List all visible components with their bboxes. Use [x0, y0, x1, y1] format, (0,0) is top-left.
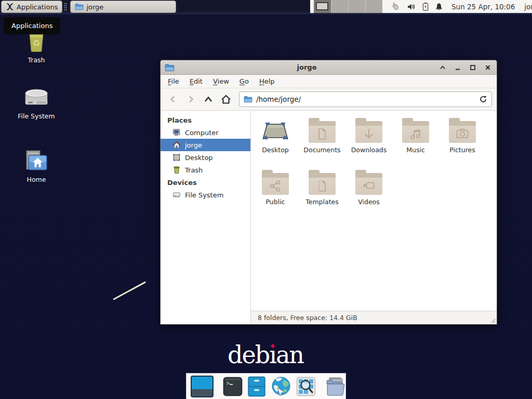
user-home-icon [172, 141, 181, 149]
file-item-label: Downloads [351, 146, 387, 154]
top-panel: Applications jorge [0, 0, 532, 15]
desktop-surface-icon [262, 119, 289, 144]
panel-clock[interactable]: Sun 25 Apr, 10:06 [451, 3, 515, 11]
show-desktop-icon[interactable] [191, 376, 214, 397]
sidebar-item-label: Computer [185, 129, 219, 137]
desktop-icon [172, 153, 181, 162]
close-icon[interactable] [484, 64, 491, 71]
location-folder-icon [244, 96, 252, 103]
sidebar-item-label: jorge [185, 141, 202, 149]
harddrive-icon [172, 191, 181, 199]
computer-icon [172, 128, 181, 137]
file-item-templates[interactable]: Templates [299, 170, 345, 220]
application-finder-icon[interactable] [296, 377, 316, 396]
resize-grip[interactable] [490, 317, 496, 323]
desktop-line-artifact [113, 281, 146, 300]
shade-icon[interactable] [439, 64, 446, 71]
up-icon[interactable] [201, 91, 216, 107]
workspace-4[interactable] [365, 0, 382, 13]
applications-menu-button[interactable]: Applications [1, 1, 62, 13]
location-path[interactable]: /home/jorge/ [256, 95, 475, 103]
taskbar-window-label: jorge [86, 3, 103, 11]
web-browser-icon[interactable] [271, 376, 291, 397]
workspace-1[interactable] [314, 0, 331, 13]
file-item-public[interactable]: Public [252, 170, 299, 220]
harddrive-icon [24, 87, 49, 109]
bottom-dock: > [186, 373, 346, 399]
file-grid: Desktop Documents [251, 111, 497, 311]
workspace-2[interactable] [331, 0, 348, 13]
desktop-icon-label: Home [27, 176, 46, 183]
trash-icon: ♻ [172, 166, 181, 174]
sidebar-item-computer[interactable]: Computer [161, 126, 250, 139]
applications-menu-label: Applications [17, 3, 58, 11]
status-text: 8 folders, Free space: 14.4 GiB [258, 314, 357, 322]
templates-folder-icon [309, 171, 336, 196]
window-titlebar[interactable]: jorge [161, 60, 497, 75]
volume-icon[interactable] [407, 3, 416, 11]
minimize-icon[interactable] [454, 64, 461, 71]
workspace-window-preview [316, 2, 328, 10]
home-folder-icon[interactable] [325, 377, 346, 396]
location-bar[interactable]: /home/jorge/ [239, 91, 492, 107]
file-item-label: Templates [305, 198, 339, 206]
desktop-icon-file-system[interactable]: File System [11, 87, 61, 120]
sidebar-header-devices: Devices [161, 176, 250, 189]
workspace-pager [314, 0, 382, 13]
sidebar-item-label: File System [185, 191, 223, 199]
forward-icon[interactable] [183, 91, 198, 107]
downloads-folder-icon [355, 119, 382, 144]
desktop-icon-label: File System [18, 112, 55, 120]
window-folder-icon [165, 63, 175, 72]
toolbar: /home/jorge/ [161, 88, 497, 111]
menu-file[interactable]: File [163, 76, 184, 87]
folder-icon [75, 3, 84, 10]
menu-help[interactable]: Help [254, 76, 280, 87]
menu-edit[interactable]: Edit [184, 76, 208, 87]
file-manager-icon[interactable] [247, 376, 266, 397]
taskbar-window-button[interactable]: jorge [70, 1, 176, 13]
file-item-downloads[interactable]: Downloads [345, 118, 392, 168]
music-folder-icon [402, 119, 429, 144]
file-item-documents[interactable]: Documents [299, 118, 345, 168]
maximize-icon[interactable] [469, 64, 476, 71]
sidebar-item-desktop[interactable]: Desktop [161, 151, 250, 164]
back-icon[interactable] [165, 91, 181, 107]
home-folder-icon [24, 150, 49, 172]
file-item-pictures[interactable]: Pictures [439, 118, 486, 168]
sidebar-item-jorge[interactable]: jorge [161, 139, 250, 151]
file-item-label: Music [406, 146, 425, 154]
documents-folder-icon [309, 119, 336, 144]
file-manager-window: jorge File Edit View Go Help [160, 60, 497, 325]
svg-text:>: > [227, 380, 230, 386]
mouse-icon[interactable] [390, 2, 401, 11]
applications-menu-icon [6, 3, 14, 11]
sidebar-item-label: Desktop [185, 154, 213, 162]
file-item-desktop[interactable]: Desktop [252, 118, 299, 168]
debian-logo-red-dot: ı [269, 341, 276, 369]
file-item-videos[interactable]: Videos [345, 170, 392, 220]
pictures-folder-icon [449, 119, 476, 144]
notifications-bell-icon[interactable] [435, 3, 443, 11]
applications-tooltip: Applications [4, 17, 60, 34]
sidebar-item-label: Trash [185, 166, 203, 174]
terminal-icon[interactable]: > [223, 377, 243, 396]
sidebar-item-trash[interactable]: ♻ Trash [161, 164, 250, 176]
battery-icon[interactable] [422, 2, 429, 11]
file-item-label: Videos [358, 198, 380, 206]
file-item-label: Documents [303, 146, 340, 154]
reload-icon[interactable] [479, 95, 487, 103]
window-title: jorge [175, 63, 439, 71]
desktop-icon-home[interactable]: Home [11, 150, 61, 183]
home-icon[interactable] [218, 91, 234, 107]
sidebar-item-file-system[interactable]: File System [161, 189, 250, 201]
panel-username[interactable]: jorge [524, 3, 532, 11]
svg-text:♻: ♻ [175, 169, 178, 173]
menu-go[interactable]: Go [234, 76, 254, 87]
menu-view[interactable]: View [208, 76, 234, 87]
places-sidebar: Places Computer [161, 111, 251, 324]
sidebar-header-places: Places [161, 114, 250, 126]
file-item-music[interactable]: Music [392, 118, 439, 168]
workspace-3[interactable] [348, 0, 365, 13]
videos-folder-icon [355, 171, 382, 196]
